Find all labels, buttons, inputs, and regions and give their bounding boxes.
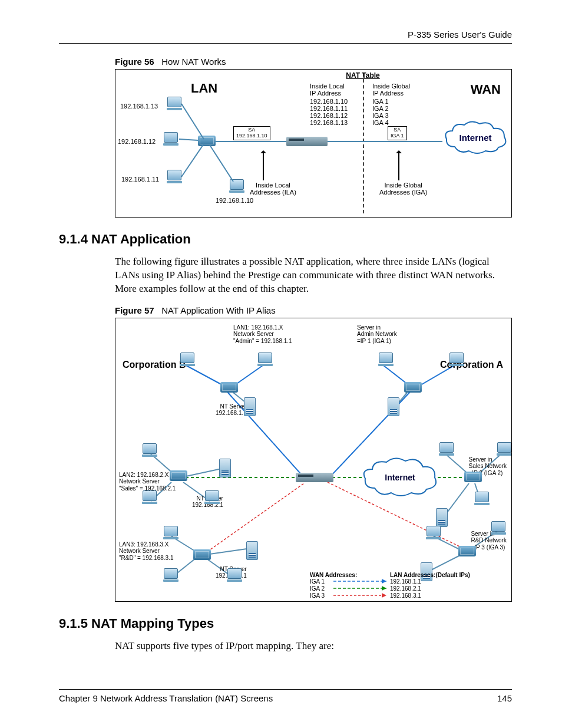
map-lan3: 192.168.3.1 xyxy=(390,592,421,599)
pc-icon xyxy=(257,353,273,365)
router-icon xyxy=(286,137,328,146)
nt1-label: NT Server 192.168.1.1 xyxy=(216,403,247,417)
figure56-caption: Figure 56 How NAT Works xyxy=(115,57,512,67)
internet-cloud-icon: Internet xyxy=(443,120,508,156)
iga-arrow xyxy=(398,151,399,180)
section-915-heading: 9.1.5 NAT Mapping Types xyxy=(59,616,512,631)
iga-label: Inside Global Addresses (IGA) xyxy=(379,182,427,196)
pc-icon xyxy=(425,526,442,539)
pc-icon xyxy=(163,568,179,581)
switch-icon xyxy=(464,472,482,482)
pc-icon xyxy=(141,443,158,456)
pc-icon xyxy=(226,568,243,581)
map-iga2: IGA 2 xyxy=(310,585,325,592)
switch-icon xyxy=(170,470,187,481)
server-icon xyxy=(244,397,256,416)
svg-line-1 xyxy=(179,139,198,140)
page-footer: Chapter 9 Network Address Translation (N… xyxy=(59,689,512,703)
lan1-text: LAN1: 192.168.1.X Network Server "Admin"… xyxy=(233,324,292,345)
map-iga1: IGA 1 xyxy=(310,578,325,585)
pc-icon xyxy=(179,353,196,365)
pc-icon xyxy=(204,490,220,503)
svg-marker-11 xyxy=(382,593,386,598)
lan2-text: LAN2: 192.168.2.X Network Server "Sales"… xyxy=(119,472,176,492)
map-iga3: IGA 3 xyxy=(310,592,325,599)
figure56-title: How NAT Works xyxy=(161,57,226,67)
map-lan1: 192.168.1.1 xyxy=(390,578,421,585)
footer-page-number: 145 xyxy=(497,693,512,703)
lan-addresses-header: LAN Addresses:(Default IPs) xyxy=(390,572,470,579)
section-915-paragraph: NAT supports five types of IP/port mappi… xyxy=(115,640,512,653)
figure57-number: Figure 57 xyxy=(115,305,154,315)
sa-global-box: SA IGA 1 xyxy=(388,126,407,140)
internet-label: Internet xyxy=(443,133,508,143)
figure57-caption: Figure 57 NAT Application With IP Alias xyxy=(115,305,512,315)
switch-icon xyxy=(193,549,211,560)
running-header: P-335 Series User's Guide xyxy=(59,29,512,39)
corp-b-label: Corporation B xyxy=(123,360,186,370)
svg-line-0 xyxy=(181,104,204,139)
pc-icon xyxy=(378,353,394,365)
pc-icon xyxy=(141,490,158,503)
sa-local-box: SA 192.168.1.10 xyxy=(233,126,270,140)
figure57-title: NAT Application With IP Alias xyxy=(161,305,275,315)
ila-arrow xyxy=(263,151,264,180)
wan-addresses-header: WAN Addresses: xyxy=(310,572,357,579)
pc-icon xyxy=(490,521,507,534)
pc-icon xyxy=(496,442,512,455)
server-icon xyxy=(436,508,448,527)
svg-marker-7 xyxy=(382,579,386,584)
section-914-paragraph: The following figure illustrates a possi… xyxy=(115,255,512,296)
figure56-number: Figure 56 xyxy=(115,57,154,67)
internet-label: Internet xyxy=(362,473,438,482)
map-lan2: 192.168.2.1 xyxy=(390,585,421,592)
section-914-heading: 9.1.4 NAT Application xyxy=(59,232,512,247)
switch-icon xyxy=(404,382,422,393)
figure56-diagram: LAN WAN NAT Table Inside Local IP Addres… xyxy=(115,69,512,218)
ila-label: Inside Local Addresses (ILA) xyxy=(250,182,296,196)
prestige-router-icon xyxy=(296,473,333,482)
serverA1-label: Server in Admin Network =IP 1 (IGA 1) xyxy=(357,324,397,345)
figure57-diagram: Corporation B Corporation A LAN1: 192.16… xyxy=(115,318,512,602)
server-icon xyxy=(388,397,399,416)
svg-marker-9 xyxy=(382,586,386,591)
pc-icon xyxy=(474,492,490,505)
svg-line-3 xyxy=(210,145,233,182)
pc-icon xyxy=(163,526,179,539)
lan3-text: LAN3: 192.168.3.X Network Server "R&D" =… xyxy=(119,541,173,562)
server-icon xyxy=(246,541,258,560)
footer-chapter: Chapter 9 Network Address Translation (N… xyxy=(59,693,273,703)
internet-cloud-icon: Internet xyxy=(362,457,438,499)
pc-icon xyxy=(448,353,465,365)
switch-icon xyxy=(458,546,476,556)
svg-line-2 xyxy=(181,144,204,177)
switch-icon xyxy=(220,382,238,393)
pc-icon xyxy=(438,442,455,455)
server-icon xyxy=(219,459,231,477)
